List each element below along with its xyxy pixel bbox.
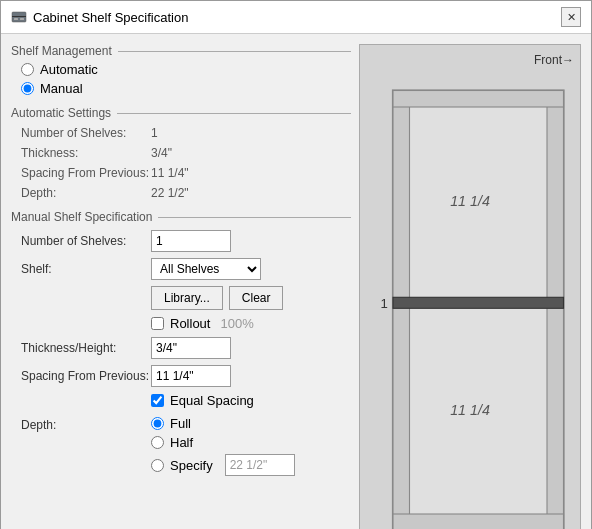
- library-clear-row: Library... Clear: [151, 286, 351, 310]
- title-bar-left: Cabinet Shelf Specification: [11, 9, 188, 25]
- cabinet-diagram: 11 1/4 11 1/4 1: [360, 45, 580, 529]
- auto-num-shelves-row: Number of Shelves: 1: [21, 126, 351, 140]
- dialog-title: Cabinet Shelf Specification: [33, 10, 188, 25]
- depth-full-row: Full: [151, 416, 295, 431]
- auto-spacing-value: 11 1/4": [151, 166, 189, 180]
- depth-full-radio[interactable]: [151, 417, 164, 430]
- svg-rect-8: [393, 514, 564, 529]
- depth-options: Full Half Specify: [151, 416, 295, 476]
- library-button[interactable]: Library...: [151, 286, 223, 310]
- depth-specify-row: Specify: [151, 454, 295, 476]
- auto-depth-value: 22 1/2": [151, 186, 189, 200]
- automatic-radio[interactable]: [21, 63, 34, 76]
- automatic-label: Automatic: [40, 62, 98, 77]
- manual-radio[interactable]: [21, 82, 34, 95]
- automatic-settings-title: Automatic Settings: [11, 106, 351, 120]
- front-label: Front→: [534, 53, 574, 67]
- svg-text:1: 1: [381, 296, 388, 311]
- automatic-settings-group: Number of Shelves: 1 Thickness: 3/4" Spa…: [11, 126, 351, 200]
- manual-label: Manual: [40, 81, 83, 96]
- svg-text:11 1/4: 11 1/4: [450, 402, 490, 418]
- clear-button[interactable]: Clear: [229, 286, 284, 310]
- shelf-select[interactable]: All Shelves Shelf 1: [151, 258, 261, 280]
- manual-radio-item[interactable]: Manual: [21, 81, 351, 96]
- automatic-radio-item[interactable]: Automatic: [21, 62, 351, 77]
- depth-label: Depth:: [21, 416, 151, 432]
- depth-full-label: Full: [170, 416, 191, 431]
- depth-specify-input[interactable]: [225, 454, 295, 476]
- shelf-management-title: Shelf Management: [11, 44, 351, 58]
- manual-num-shelves-label: Number of Shelves:: [21, 234, 151, 248]
- manual-num-shelves-row: Number of Shelves:: [21, 230, 351, 252]
- auto-num-shelves-value: 1: [151, 126, 158, 140]
- svg-text:11 1/4: 11 1/4: [450, 193, 490, 209]
- title-bar: Cabinet Shelf Specification ✕: [1, 1, 591, 34]
- auto-depth-row: Depth: 22 1/2": [21, 186, 351, 200]
- spacing-row: Spacing From Previous:: [21, 365, 351, 387]
- depth-half-label: Half: [170, 435, 193, 450]
- depth-row: Depth: Full Half Specify: [21, 416, 351, 476]
- manual-spec-group: Number of Shelves: Shelf: All Shelves Sh…: [11, 230, 351, 476]
- shelf-management-group: Automatic Manual: [11, 62, 351, 96]
- auto-spacing-label: Spacing From Previous:: [21, 166, 151, 180]
- dialog-icon: [11, 9, 27, 25]
- dialog-body: Shelf Management Automatic Manual Automa…: [1, 34, 591, 529]
- svg-rect-3: [20, 18, 24, 20]
- shelf-select-row: Shelf: All Shelves Shelf 1: [21, 258, 351, 280]
- depth-half-row: Half: [151, 435, 295, 450]
- equal-spacing-row: Equal Spacing: [151, 393, 351, 408]
- rollout-percent: 100%: [220, 316, 253, 331]
- left-panel: Shelf Management Automatic Manual Automa…: [11, 44, 351, 529]
- equal-spacing-label: Equal Spacing: [170, 393, 254, 408]
- rollout-row: Rollout 100%: [151, 316, 351, 331]
- equal-spacing-checkbox[interactable]: [151, 394, 164, 407]
- auto-thickness-value: 3/4": [151, 146, 172, 160]
- rollout-checkbox[interactable]: [151, 317, 164, 330]
- thickness-row: Thickness/Height:: [21, 337, 351, 359]
- svg-rect-9: [393, 297, 564, 308]
- depth-half-radio[interactable]: [151, 436, 164, 449]
- thickness-label: Thickness/Height:: [21, 341, 151, 355]
- rollout-label: Rollout: [170, 316, 210, 331]
- depth-specify-label: Specify: [170, 458, 213, 473]
- manual-spec-title: Manual Shelf Specification: [11, 210, 351, 224]
- shelf-select-label: Shelf:: [21, 262, 151, 276]
- thickness-input[interactable]: [151, 337, 231, 359]
- svg-rect-2: [14, 18, 18, 20]
- cabinet-shelf-dialog: Cabinet Shelf Specification ✕ Shelf Mana…: [0, 0, 592, 529]
- svg-rect-6: [547, 91, 564, 530]
- auto-thickness-row: Thickness: 3/4": [21, 146, 351, 160]
- num-shelves-input[interactable]: [151, 230, 231, 252]
- auto-spacing-row: Spacing From Previous: 11 1/4": [21, 166, 351, 180]
- close-button[interactable]: ✕: [561, 7, 581, 27]
- auto-depth-label: Depth:: [21, 186, 151, 200]
- auto-num-shelves-label: Number of Shelves:: [21, 126, 151, 140]
- svg-rect-5: [393, 91, 410, 530]
- svg-rect-1: [12, 16, 26, 17]
- svg-rect-7: [393, 91, 564, 108]
- spacing-input[interactable]: [151, 365, 231, 387]
- depth-specify-radio[interactable]: [151, 459, 164, 472]
- right-panel: Front→ 11 1/4 11 1/4 1: [359, 44, 581, 529]
- auto-thickness-label: Thickness:: [21, 146, 151, 160]
- spacing-label: Spacing From Previous:: [21, 369, 151, 383]
- svg-rect-4: [393, 91, 564, 530]
